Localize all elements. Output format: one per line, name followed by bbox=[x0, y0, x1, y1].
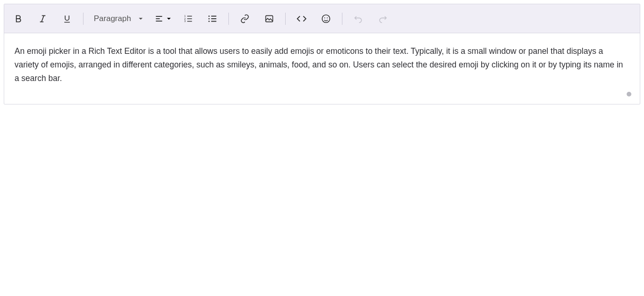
chevron-down-icon bbox=[138, 16, 143, 21]
format-label: Paragraph bbox=[94, 14, 131, 23]
redo-button[interactable] bbox=[372, 8, 393, 29]
unordered-list-button[interactable] bbox=[202, 8, 223, 29]
svg-point-18 bbox=[209, 21, 210, 22]
align-left-icon bbox=[154, 14, 164, 23]
resize-handle[interactable] bbox=[627, 92, 631, 96]
ordered-list-icon: 1 2 3 bbox=[183, 14, 193, 24]
ordered-list-button[interactable]: 1 2 3 bbox=[178, 8, 198, 29]
toolbar-separator bbox=[228, 13, 229, 25]
rich-text-editor: Paragraph 1 2 3 bbox=[4, 4, 640, 104]
image-icon bbox=[265, 14, 274, 23]
svg-text:3: 3 bbox=[184, 20, 186, 22]
svg-point-16 bbox=[209, 15, 210, 17]
unordered-list-icon bbox=[207, 14, 218, 24]
toolbar: Paragraph 1 2 3 bbox=[4, 4, 640, 33]
link-icon bbox=[240, 14, 250, 23]
image-button[interactable] bbox=[259, 8, 280, 29]
redo-icon bbox=[378, 14, 387, 23]
italic-button[interactable] bbox=[32, 8, 53, 29]
bold-icon bbox=[14, 14, 23, 23]
undo-icon bbox=[354, 14, 363, 23]
svg-point-17 bbox=[209, 18, 210, 19]
svg-point-20 bbox=[322, 15, 330, 22]
format-dropdown[interactable]: Paragraph bbox=[89, 8, 148, 29]
svg-point-21 bbox=[325, 17, 326, 18]
chevron-down-icon bbox=[167, 16, 171, 21]
link-button[interactable] bbox=[235, 8, 255, 29]
code-icon bbox=[296, 14, 307, 24]
underline-icon bbox=[62, 14, 72, 23]
underline-button[interactable] bbox=[57, 8, 77, 29]
toolbar-separator bbox=[285, 13, 286, 25]
undo-button[interactable] bbox=[348, 8, 369, 29]
emoji-button[interactable] bbox=[316, 8, 336, 29]
align-dropdown[interactable] bbox=[152, 8, 174, 29]
svg-line-2 bbox=[42, 15, 44, 22]
toolbar-separator bbox=[342, 13, 342, 25]
content-text: An emoji picker in a Rich Text Editor is… bbox=[15, 46, 623, 83]
italic-icon bbox=[38, 14, 47, 23]
code-view-button[interactable] bbox=[291, 8, 312, 29]
emoji-icon bbox=[321, 14, 331, 24]
svg-point-22 bbox=[327, 17, 328, 18]
bold-button[interactable] bbox=[8, 8, 29, 29]
toolbar-separator bbox=[83, 13, 83, 25]
editor-content[interactable]: An emoji picker in a Rich Text Editor is… bbox=[4, 33, 640, 104]
